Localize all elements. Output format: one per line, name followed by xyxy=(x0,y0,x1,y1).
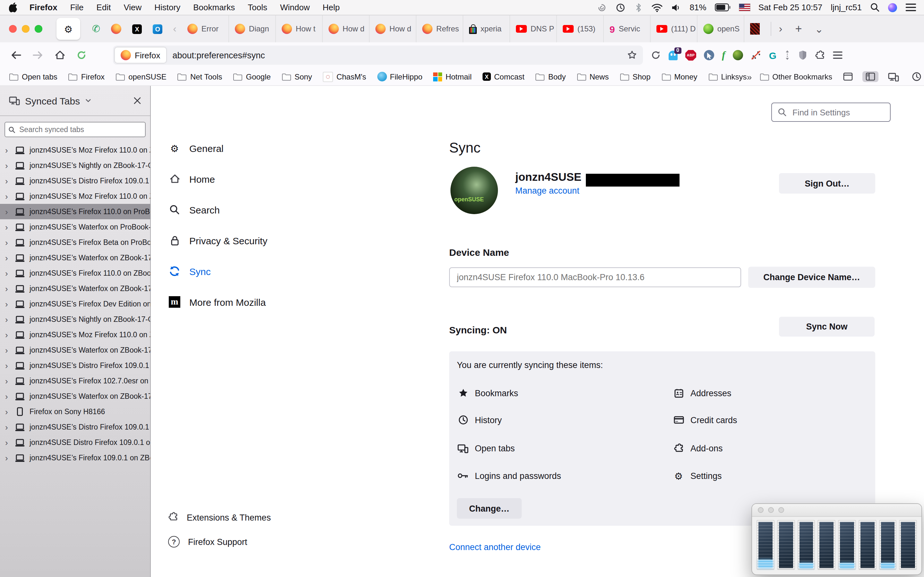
synced-device-row[interactable]: › jonzn4SUSE’s Moz Firefox 110.0 on ZBoo… xyxy=(0,189,150,204)
expand-chevron-icon[interactable]: › xyxy=(5,345,10,355)
settings-nav-general[interactable]: ⚙ General xyxy=(168,139,267,157)
synced-tabs-button[interactable] xyxy=(885,71,902,82)
bookmark-item[interactable]: Hotmail xyxy=(433,72,472,81)
scroll-tabs-right-button[interactable]: › xyxy=(772,23,789,35)
synced-tabs-search-input[interactable] xyxy=(18,125,142,134)
expand-chevron-icon[interactable]: › xyxy=(5,268,10,278)
expand-chevron-icon[interactable]: › xyxy=(5,253,10,263)
browser-tab[interactable]: How d xyxy=(322,15,369,42)
expand-chevron-icon[interactable]: › xyxy=(5,191,10,201)
menu-firefox[interactable]: Firefox xyxy=(23,3,64,12)
back-button[interactable] xyxy=(5,50,27,60)
synced-device-row[interactable]: › jonzn4SUSE’s Moz Firefox 110.0 on ZBoo… xyxy=(0,327,150,342)
browser-tab[interactable]: (111) D xyxy=(650,15,697,42)
menu-history[interactable]: History xyxy=(148,3,187,12)
expand-chevron-icon[interactable]: › xyxy=(5,237,10,247)
us-flag-icon[interactable] xyxy=(739,4,750,11)
account-avatar[interactable] xyxy=(451,167,498,214)
expand-chevron-icon[interactable]: › xyxy=(5,161,10,170)
volume-meter[interactable] xyxy=(818,520,836,570)
synced-device-row[interactable]: › jonzn4SUSE’s Moz Firefox 110.0 on ZBoo… xyxy=(0,142,150,158)
browser-tab[interactable]: Refres xyxy=(416,15,463,42)
browser-tab[interactable]: openS xyxy=(697,15,744,42)
bookmark-item[interactable]: Body xyxy=(535,72,566,81)
browser-tab[interactable]: 9Servic xyxy=(603,15,650,42)
bookmark-item[interactable]: ChasM's xyxy=(323,71,367,82)
bookmarks-overflow-chevron[interactable]: » xyxy=(747,71,752,82)
bookmark-star-icon[interactable] xyxy=(627,50,637,60)
sidebar-toggle-button[interactable] xyxy=(863,71,879,82)
siri-icon[interactable] xyxy=(888,3,897,12)
bookmark-item[interactable]: Sony xyxy=(282,72,312,81)
expand-chevron-icon[interactable]: › xyxy=(5,314,10,324)
shield-icon[interactable] xyxy=(798,50,807,60)
browser-tab[interactable] xyxy=(744,15,769,42)
find-in-settings[interactable] xyxy=(771,103,891,122)
volume-icon[interactable] xyxy=(671,3,682,12)
close-window-button[interactable] xyxy=(758,507,764,513)
menu-view[interactable]: View xyxy=(117,3,148,12)
adblock-plus-icon[interactable]: ABP xyxy=(685,50,696,61)
sidebar-search[interactable] xyxy=(5,122,145,137)
pinned-tab[interactable]: X xyxy=(127,24,147,34)
synced-device-row[interactable]: › jonzn4SUSE’s Distro Firefox 109.0.1 Pr… xyxy=(0,419,150,435)
minimize-window-button[interactable] xyxy=(768,507,774,513)
menu-tools[interactable]: Tools xyxy=(241,3,274,12)
green-reload-extension-icon[interactable] xyxy=(71,50,92,60)
bookmark-item[interactable]: Shop xyxy=(620,72,650,81)
browser-tab[interactable]: How t xyxy=(275,15,322,42)
browser-tab[interactable]: Diagn xyxy=(228,15,275,42)
bookmark-item[interactable]: News xyxy=(577,72,609,81)
g-app-icon[interactable]: G xyxy=(769,50,776,61)
pinned-tab-active[interactable]: ⚙ xyxy=(57,18,80,40)
app-menu-icon[interactable] xyxy=(833,51,843,59)
opensuse-ball-icon[interactable] xyxy=(733,50,743,60)
synced-device-row[interactable]: › jonzn4SUSE’s Firefox 109.0.1 on ZBook-… xyxy=(0,450,150,466)
synced-device-row[interactable]: › jonzn4SUSE Distro Firefox 109.0.1 on Z… xyxy=(0,435,150,450)
expand-chevron-icon[interactable]: › xyxy=(5,407,10,416)
menu-bar-clock[interactable]: Sat Feb 25 10:57 xyxy=(758,3,822,12)
extensions-puzzle-icon[interactable] xyxy=(815,50,825,60)
scroll-tabs-left-button[interactable]: ‹ xyxy=(168,23,182,35)
expand-chevron-icon[interactable]: › xyxy=(5,145,10,155)
audio-meter-window[interactable] xyxy=(751,503,922,575)
synced-device-row[interactable]: › jonzn4SUSE’s Firefox 110.0 on ProBook-… xyxy=(0,204,150,219)
synced-device-row[interactable]: › jonzn4SUSE’s Firefox Dev Edition on ZB… xyxy=(0,296,150,311)
pinned-tab[interactable]: ✆ xyxy=(87,23,105,35)
browser-tab[interactable]: DNS P xyxy=(509,15,556,42)
other-bookmarks[interactable]: Other Bookmarks xyxy=(759,72,832,81)
browser-tab[interactable]: (153) xyxy=(556,15,603,42)
control-center-icon[interactable] xyxy=(905,3,916,11)
expand-chevron-icon[interactable]: › xyxy=(5,330,10,340)
url-text[interactable]: about:preferences#sync xyxy=(172,50,265,60)
settings-footer-extensions-themes[interactable]: Extensions & Themes xyxy=(168,511,271,524)
chevron-down-icon[interactable] xyxy=(85,99,91,103)
device-name-input[interactable] xyxy=(449,268,741,287)
bookmark-item[interactable]: Firefox xyxy=(68,72,105,81)
expand-chevron-icon[interactable]: › xyxy=(5,176,10,185)
menu-window[interactable]: Window xyxy=(274,3,317,12)
settings-footer-firefox-support[interactable]: ? Firefox Support xyxy=(168,535,271,548)
synced-device-row[interactable]: › jonzn4SUSE’s Nightly on ZBook-17-G4 Tu… xyxy=(0,158,150,173)
volume-meter[interactable] xyxy=(777,520,795,570)
meter-window-titlebar[interactable] xyxy=(752,504,921,517)
synced-device-row[interactable]: › jonzn4SUSE’s Distro Firefox 109.0.1 on… xyxy=(0,173,150,189)
volume-meter[interactable] xyxy=(899,520,917,570)
expand-chevron-icon[interactable]: › xyxy=(5,222,10,232)
wifi-icon[interactable] xyxy=(651,3,663,12)
expand-chevron-icon[interactable]: › xyxy=(5,376,10,386)
expand-chevron-icon[interactable]: › xyxy=(5,392,10,401)
synced-device-row[interactable]: › jonzn4SUSE’s Waterfox on ZBook-17-G6 T… xyxy=(0,342,150,358)
identity-chip[interactable]: Firefox xyxy=(115,47,166,63)
connect-another-device-link[interactable]: Connect another device xyxy=(449,542,541,552)
synced-device-row[interactable]: › jonzn4SUSE’s Nightly on ZBook-17-G2-Tu… xyxy=(0,311,150,327)
volume-meter[interactable] xyxy=(879,520,897,570)
bookmark-item[interactable]: Google xyxy=(233,72,271,81)
menu-help[interactable]: Help xyxy=(317,3,347,12)
browser-tab[interactable]: How d xyxy=(369,15,416,42)
settings-nav-privacy-security[interactable]: Privacy & Security xyxy=(168,231,267,250)
expand-chevron-icon[interactable]: › xyxy=(5,284,10,293)
bookmark-item[interactable]: Linksys xyxy=(708,72,747,81)
find-in-settings-input[interactable] xyxy=(791,107,884,118)
browser-tab[interactable]: xperia xyxy=(463,15,509,42)
